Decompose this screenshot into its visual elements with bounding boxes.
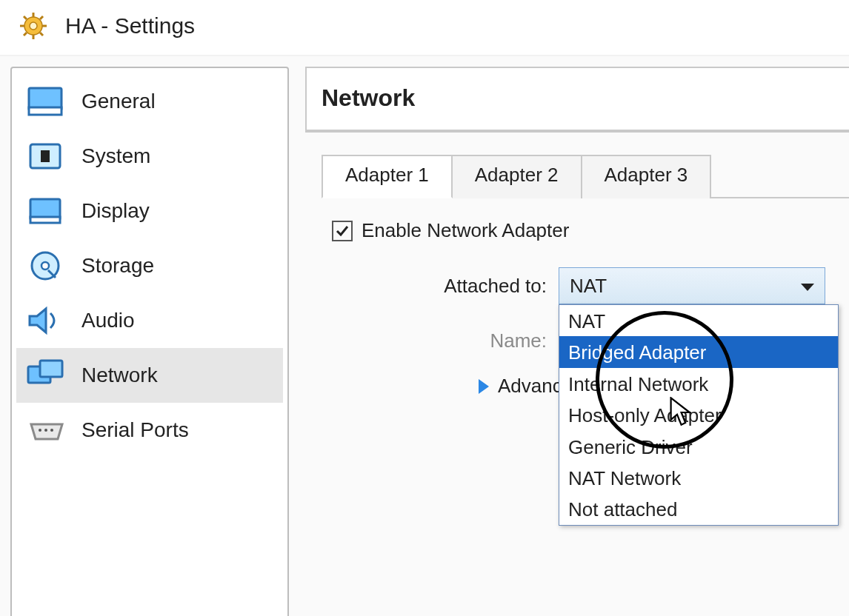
sidebar-item-label: General <box>81 90 156 113</box>
enable-adapter-row: Enable Network Adapter <box>332 219 849 242</box>
name-label: Name: <box>322 329 559 352</box>
audio-icon <box>25 304 65 338</box>
svg-line-7 <box>24 33 27 36</box>
sidebar-item-label: Storage <box>81 254 154 278</box>
general-icon <box>25 84 65 118</box>
display-icon <box>25 194 65 228</box>
tab-adapter-3[interactable]: Adapter 3 <box>581 155 712 198</box>
svg-line-5 <box>24 16 27 19</box>
dropdown-option-generic-driver[interactable]: Generic Driver <box>559 431 838 462</box>
sidebar-item-audio[interactable]: Audio <box>16 293 283 348</box>
option-label: Not attached <box>568 498 677 520</box>
panel-title: Network <box>307 68 849 131</box>
svg-rect-11 <box>29 107 61 115</box>
sidebar-item-system[interactable]: System <box>16 129 283 184</box>
sidebar-item-label: Serial Ports <box>81 418 189 442</box>
tab-label: Adapter 3 <box>605 164 688 186</box>
tab-adapter-2[interactable]: Adapter 2 <box>451 155 582 198</box>
settings-content: Network Adapter 1 Adapter 2 Adapter 3 En… <box>289 67 849 616</box>
settings-sidebar: General System Display Storage Audio <box>10 67 289 616</box>
tab-label: Adapter 2 <box>475 164 559 186</box>
svg-line-8 <box>40 16 43 19</box>
adapter-1-body: Enable Network Adapter Attached to: NAT … <box>322 197 849 398</box>
attached-to-row: Attached to: NAT NAT Bridged Adapter Int… <box>322 267 849 304</box>
sidebar-item-serial-ports[interactable]: Serial Ports <box>16 403 283 458</box>
dropdown-option-nat-network[interactable]: NAT Network <box>559 462 838 493</box>
attached-to-value[interactable]: NAT <box>559 267 825 304</box>
option-label: NAT <box>568 310 605 332</box>
option-label: NAT Network <box>568 467 681 489</box>
adapter-tabs: Adapter 1 Adapter 2 Adapter 3 <box>322 153 849 197</box>
sidebar-item-display[interactable]: Display <box>16 184 283 238</box>
tab-label: Adapter 1 <box>345 164 429 186</box>
serial-icon <box>25 413 65 447</box>
enable-adapter-checkbox[interactable] <box>332 221 353 241</box>
dropdown-option-internal-network[interactable]: Internal Network <box>559 368 838 399</box>
sidebar-item-label: Network <box>81 364 158 387</box>
attached-to-combo[interactable]: NAT NAT Bridged Adapter Internal Network… <box>559 267 825 304</box>
option-label: Generic Driver <box>568 436 693 458</box>
system-icon <box>25 139 65 173</box>
network-icon <box>25 358 65 392</box>
svg-rect-19 <box>40 361 62 377</box>
svg-point-21 <box>44 429 47 432</box>
svg-point-9 <box>30 22 37 30</box>
dropdown-option-bridged-adapter[interactable]: Bridged Adapter <box>559 336 838 367</box>
svg-rect-15 <box>30 217 60 223</box>
dropdown-option-not-attached[interactable]: Not attached <box>559 493 838 524</box>
window-title-bar: HA - Settings <box>0 0 849 55</box>
gear-icon <box>13 9 53 43</box>
option-label: Internal Network <box>568 373 708 395</box>
window-title: HA - Settings <box>65 13 195 38</box>
sidebar-item-label: System <box>81 144 150 168</box>
attached-to-label: Attached to: <box>322 275 559 298</box>
svg-point-20 <box>39 429 41 432</box>
svg-rect-13 <box>41 150 50 162</box>
network-panel: Network <box>305 67 849 133</box>
tab-adapter-1[interactable]: Adapter 1 <box>322 155 453 198</box>
svg-line-6 <box>40 33 43 36</box>
disclosure-triangle-icon <box>479 379 489 394</box>
svg-point-17 <box>41 262 49 270</box>
sidebar-item-label: Display <box>81 199 150 223</box>
option-label: Host-only Adapter <box>568 404 722 426</box>
svg-point-22 <box>50 429 53 432</box>
option-label: Bridged Adapter <box>568 341 706 364</box>
dropdown-option-host-only-adapter[interactable]: Host-only Adapter <box>559 399 838 430</box>
enable-adapter-label: Enable Network Adapter <box>362 219 569 242</box>
sidebar-item-general[interactable]: General <box>16 74 283 129</box>
storage-icon <box>25 249 65 283</box>
sidebar-item-label: Audio <box>81 309 135 332</box>
sidebar-item-storage[interactable]: Storage <box>16 238 283 293</box>
sidebar-item-network[interactable]: Network <box>16 348 283 403</box>
dropdown-option-nat[interactable]: NAT <box>559 305 838 336</box>
attached-to-dropdown: NAT Bridged Adapter Internal Network Hos… <box>559 304 839 526</box>
